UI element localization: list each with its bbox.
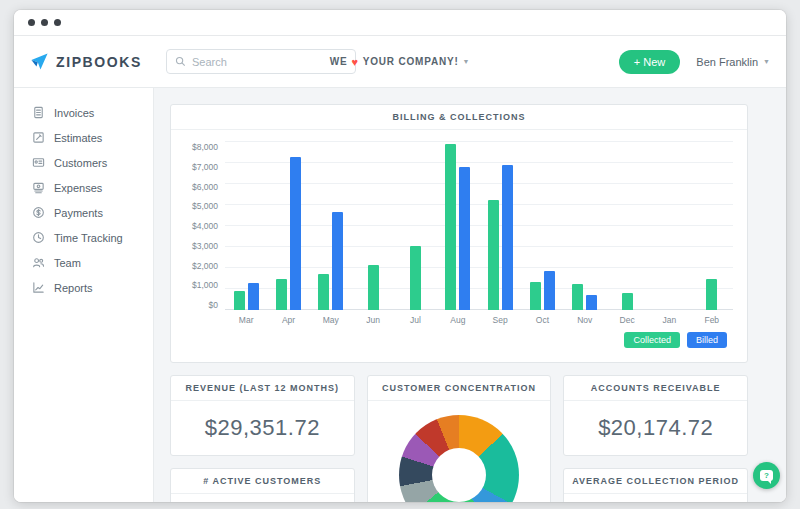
accounts-receivable-card: ACCOUNTS RECEIVABLE $20,174.72 <box>563 375 748 456</box>
customers-icon <box>32 156 45 169</box>
bar-collected-dec <box>622 293 633 310</box>
window-dot[interactable] <box>54 19 61 26</box>
zipbooks-logo[interactable]: ZIPBOOKS <box>30 52 142 71</box>
billing-card-title: BILLING & COLLECTIONS <box>171 105 747 130</box>
chevron-down-icon: ▼ <box>763 58 770 65</box>
sidebar-item-time-tracking[interactable]: Time Tracking <box>14 225 153 250</box>
search-box[interactable] <box>166 49 356 74</box>
avg-collection-title: AVERAGE COLLECTION PERIOD <box>564 469 747 494</box>
x-tick-label: Oct <box>521 315 563 325</box>
bar-group-jun <box>352 142 394 310</box>
sidebar-item-expenses[interactable]: Expenses <box>14 175 153 200</box>
banner-text-post: YOUR COMPANY! <box>363 56 459 67</box>
active-customers-title: # ACTIVE CUSTOMERS <box>171 469 354 494</box>
x-tick-label: Feb <box>691 315 733 325</box>
help-chat-button[interactable]: ? <box>753 462 780 489</box>
y-tick-label: $4,000 <box>192 221 218 231</box>
sidebar-item-label: Reports <box>54 282 93 294</box>
billing-x-axis: MarAprMayJunJulAugSepOctNovDecJanFeb <box>225 315 733 325</box>
revenue-value: $29,351.72 <box>171 401 354 455</box>
stats-row: REVENUE (LAST 12 MONTHS) $29,351.72 # AC… <box>170 375 748 502</box>
sidebar-item-estimates[interactable]: Estimates <box>14 125 153 150</box>
bar-collected-aug <box>445 144 456 310</box>
legend-badge[interactable]: Collected <box>624 332 680 348</box>
sidebar: Invoices Estimates Customers Expenses <box>14 88 154 502</box>
x-tick-label: Apr <box>267 315 309 325</box>
bar-collected-mar <box>234 291 245 310</box>
concentration-donut <box>399 415 519 502</box>
chat-bubble-icon: ? <box>760 470 773 481</box>
x-tick-label: Jan <box>648 315 690 325</box>
y-tick-label: $6,000 <box>192 182 218 192</box>
accounts-receivable-value: $20,174.72 <box>564 401 747 455</box>
revenue-card: REVENUE (LAST 12 MONTHS) $29,351.72 <box>170 375 355 456</box>
y-tick-label: $5,000 <box>192 201 218 211</box>
window-dot[interactable] <box>41 19 48 26</box>
invoice-icon <box>32 106 45 119</box>
bar-collected-oct <box>530 282 541 310</box>
sidebar-item-label: Expenses <box>54 182 102 194</box>
concentration-title: CUSTOMER CONCENTRATION <box>368 376 551 401</box>
bar-group-jul <box>394 142 436 310</box>
y-tick-label: $3,000 <box>192 241 218 251</box>
x-tick-label: Jun <box>352 315 394 325</box>
bar-collected-feb <box>706 279 717 311</box>
billing-y-axis: $8,000$7,000$6,000$5,000$4,000$3,000$2,0… <box>179 142 225 310</box>
payments-icon <box>32 206 45 219</box>
bar-billed-sep <box>502 165 513 310</box>
sidebar-item-reports[interactable]: Reports <box>14 275 153 300</box>
y-tick-label: $8,000 <box>192 142 218 152</box>
search-input[interactable] <box>192 56 347 68</box>
bar-group-nov <box>564 142 606 310</box>
bar-group-mar <box>225 142 267 310</box>
bar-group-jan <box>648 142 690 310</box>
zipbooks-logo-icon <box>30 52 49 71</box>
revenue-card-title: REVENUE (LAST 12 MONTHS) <box>171 376 354 401</box>
bar-billed-may <box>332 212 343 310</box>
browser-window: ZIPBOOKS WE ♥ YOUR COMPANY! ▼ + New Ben … <box>14 10 786 502</box>
bar-group-sep <box>479 142 521 310</box>
avg-collection-card: AVERAGE COLLECTION PERIOD 151.5 days <box>563 468 748 502</box>
sidebar-item-customers[interactable]: Customers <box>14 150 153 175</box>
chevron-down-icon: ▼ <box>463 58 471 65</box>
bar-collected-jun <box>368 265 379 310</box>
sidebar-item-label: Invoices <box>54 107 94 119</box>
bar-group-oct <box>521 142 563 310</box>
bar-group-may <box>310 142 352 310</box>
sidebar-item-invoices[interactable]: Invoices <box>14 100 153 125</box>
user-menu[interactable]: Ben Franklin ▼ <box>696 56 770 68</box>
screenshot-stage: ZIPBOOKS WE ♥ YOUR COMPANY! ▼ + New Ben … <box>0 0 800 509</box>
stats-col-right: ACCOUNTS RECEIVABLE $20,174.72 AVERAGE C… <box>563 375 748 502</box>
bar-billed-oct <box>544 271 555 310</box>
bar-billed-aug <box>459 167 470 310</box>
sidebar-item-team[interactable]: Team <box>14 250 153 275</box>
bar-collected-sep <box>488 200 499 310</box>
bar-group-aug <box>437 142 479 310</box>
estimate-icon <box>32 131 45 144</box>
sidebar-item-label: Estimates <box>54 132 102 144</box>
bar-group-apr <box>267 142 309 310</box>
x-tick-label: Dec <box>606 315 648 325</box>
y-tick-label: $0 <box>209 300 218 310</box>
bar-billed-mar <box>248 283 259 310</box>
sidebar-item-payments[interactable]: Payments <box>14 200 153 225</box>
active-customers-card: # ACTIVE CUSTOMERS 9 <box>170 468 355 502</box>
avg-collection-value: 151.5 days <box>564 494 747 502</box>
sidebar-item-label: Time Tracking <box>54 232 123 244</box>
sidebar-item-label: Team <box>54 257 81 269</box>
legend-badge[interactable]: Billed <box>687 332 727 348</box>
billing-collections-card: BILLING & COLLECTIONS $8,000$7,000$6,000… <box>170 104 748 363</box>
active-customers-value: 9 <box>171 494 354 502</box>
user-name: Ben Franklin <box>696 56 758 68</box>
stats-col-left: REVENUE (LAST 12 MONTHS) $29,351.72 # AC… <box>170 375 355 502</box>
banner-text-pre: WE <box>330 56 348 67</box>
billing-chart: $8,000$7,000$6,000$5,000$4,000$3,000$2,0… <box>171 130 747 362</box>
bar-billed-apr <box>290 157 301 310</box>
sidebar-item-label: Customers <box>54 157 107 169</box>
window-dot[interactable] <box>28 19 35 26</box>
new-button[interactable]: + New <box>619 50 681 74</box>
company-dropdown[interactable]: WE ♥ YOUR COMPANY! ▼ <box>330 56 471 68</box>
time-icon <box>32 231 45 244</box>
logo-text: ZIPBOOKS <box>56 54 142 70</box>
bar-group-feb <box>691 142 733 310</box>
